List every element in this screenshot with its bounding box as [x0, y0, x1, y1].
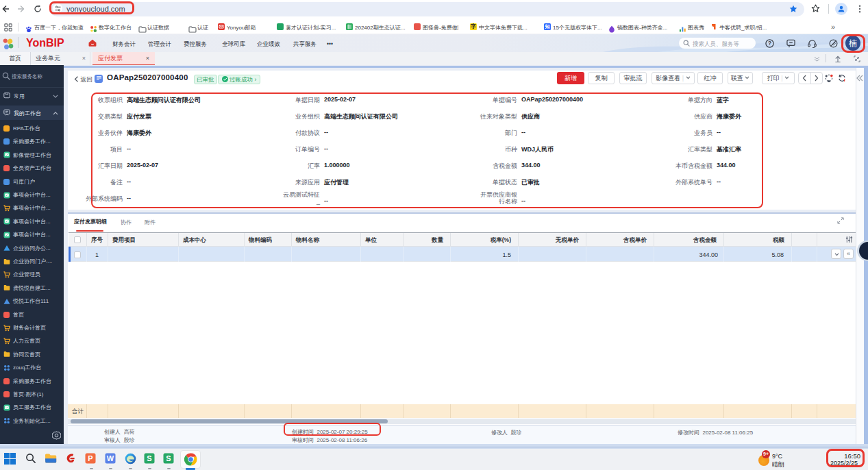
- svg-text:P: P: [88, 454, 92, 462]
- svg-text:S: S: [166, 454, 171, 462]
- svg-text:W: W: [107, 454, 114, 462]
- svg-text:?: ?: [768, 40, 771, 47]
- svg-text:S: S: [147, 454, 151, 462]
